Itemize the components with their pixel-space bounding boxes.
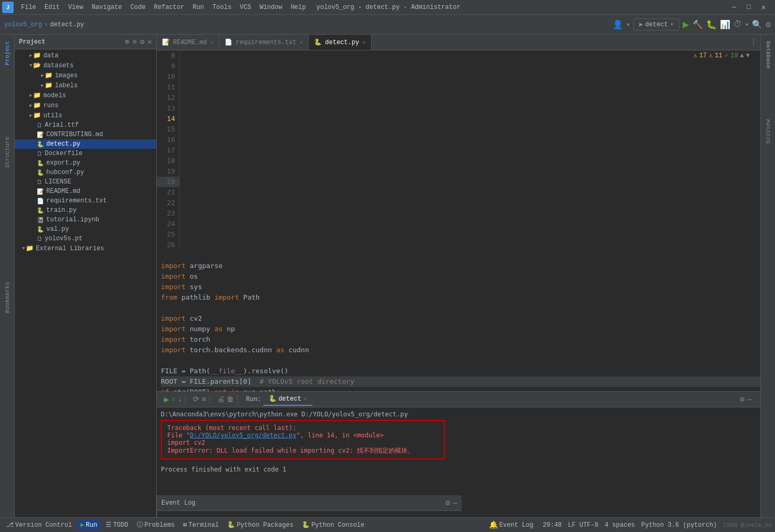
- window-minimize[interactable]: —: [729, 3, 740, 12]
- close-panel-icon[interactable]: ✕: [148, 37, 152, 46]
- breadcrumb-project[interactable]: yolov5_org: [4, 21, 42, 28]
- tree-item-runs[interactable]: ▶ 📁 runs: [15, 100, 156, 110]
- error-file-link[interactable]: D:/YOLO/yolov5_org/detect.py: [190, 432, 296, 439]
- tree-item-detect-py[interactable]: 🐍 detect.py: [15, 139, 156, 149]
- menu-run[interactable]: Run: [188, 2, 208, 13]
- terminal-btn[interactable]: ⊞ Terminal: [180, 520, 222, 530]
- tree-item-contributing[interactable]: 📝 CONTRIBUTING.md: [15, 130, 156, 139]
- event-log-content[interactable]: [157, 511, 462, 517]
- coverage-button[interactable]: 📊: [720, 19, 730, 30]
- run-button[interactable]: ▶: [682, 18, 689, 31]
- bookmarks-tool-icon[interactable]: Bookmarks: [2, 279, 13, 316]
- settings-panel-icon[interactable]: ⚙: [140, 37, 144, 46]
- tree-item-val-py[interactable]: 🐍 val.py: [15, 224, 156, 234]
- structure-tool-icon[interactable]: Structure: [2, 134, 13, 171]
- python-packages-btn[interactable]: 🐍 Python Packages: [224, 520, 297, 530]
- run-tab-close[interactable]: ✕: [303, 395, 307, 402]
- menu-navigate[interactable]: Navigate: [87, 2, 126, 13]
- terminal-label: Terminal: [189, 521, 219, 529]
- build-button[interactable]: 🔨: [692, 19, 703, 30]
- code-content[interactable]: import argparse import os import sys fro…: [157, 250, 760, 391]
- add-icon[interactable]: ⊕: [125, 37, 129, 46]
- run-softrestart-icon[interactable]: ⟳: [193, 395, 199, 404]
- tab-detect-py[interactable]: 🐍 detect.py ✕: [309, 35, 371, 50]
- collapse-gutter-icon[interactable]: ▼: [746, 52, 750, 59]
- database-tool-icon[interactable]: Database: [763, 38, 773, 72]
- tree-item-yolov5s-pt[interactable]: 🗋 yolov5s.pt: [15, 234, 156, 243]
- window-close[interactable]: ✕: [758, 3, 769, 12]
- tree-item-models[interactable]: ▶ 📁 models: [15, 90, 156, 100]
- event-log-status-btn[interactable]: 🔔 Event Log: [486, 519, 537, 530]
- tab-detect-py-close[interactable]: ✕: [362, 39, 366, 46]
- tree-item-hubconf[interactable]: 🐍 hubconf.py: [15, 168, 156, 177]
- todo-btn[interactable]: ☰ TODO: [103, 520, 131, 530]
- run-play-icon[interactable]: ▶: [164, 394, 169, 405]
- menu-help[interactable]: Help: [287, 2, 310, 13]
- tab-readme[interactable]: 📝 README.md ✕: [157, 35, 219, 50]
- problems-btn[interactable]: ⓘ Problems: [134, 519, 178, 530]
- run-print-icon[interactable]: 🖨: [217, 395, 225, 404]
- tab-readme-close[interactable]: ✕: [210, 39, 214, 46]
- menu-view[interactable]: View: [64, 2, 88, 13]
- run-content[interactable]: D:\Anaconda3\envs\pytorch\python.exe D:/…: [157, 407, 760, 495]
- panel-title: Project: [19, 38, 121, 46]
- tab-detect-py-icon: 🐍: [314, 38, 322, 46]
- menu-edit[interactable]: Edit: [40, 2, 64, 13]
- run-path-line: D:\Anaconda3\envs\pytorch\python.exe D:/…: [161, 411, 756, 418]
- tree-item-datasets[interactable]: ▼ 📂 datasets: [15, 60, 156, 70]
- search-icon[interactable]: 🔍: [752, 19, 762, 30]
- python-version-display[interactable]: Python 3.6 (pytorch): [641, 521, 717, 529]
- sciview-tool-icon[interactable]: SciView: [763, 116, 773, 147]
- expand-gutter-icon[interactable]: ▲: [740, 52, 744, 59]
- tree-item-utils[interactable]: ▶ 📁 utils: [15, 110, 156, 120]
- run-scroll-up-icon[interactable]: ↑: [171, 395, 176, 404]
- tree-item-dockerfile[interactable]: 🗋 Dockerfile: [15, 149, 156, 158]
- project-panel: Project ⊕ ≡ ⚙ ✕ ▶ 📁 data ▼ 📂: [15, 35, 157, 517]
- tree-item-data[interactable]: ▶ 📁 data: [15, 50, 156, 60]
- tree-item-readme[interactable]: 📝 README.md: [15, 187, 156, 196]
- tabs-more-icon[interactable]: ⋮: [750, 38, 757, 47]
- menu-refactor[interactable]: Refactor: [150, 2, 189, 13]
- settings-icon[interactable]: ⚙: [766, 19, 771, 30]
- run-status-btn[interactable]: ▶ Run: [77, 520, 100, 530]
- tree-item-images[interactable]: ▶ 📁 images: [15, 70, 156, 80]
- tree-item-tutorial[interactable]: 📓 tutorial.ipynb: [15, 215, 156, 224]
- run-scroll-down-icon[interactable]: ↓: [178, 395, 182, 404]
- tree-item-train-py[interactable]: 🐍 train.py: [15, 206, 156, 215]
- event-log-minimize-icon[interactable]: —: [453, 499, 457, 507]
- project-tool-icon[interactable]: Project: [2, 38, 13, 68]
- run-config-button[interactable]: ▶ detect ▾: [634, 18, 680, 30]
- user-icon[interactable]: 👤: [613, 19, 623, 30]
- run-minimize-icon[interactable]: —: [748, 395, 752, 404]
- tree-item-labels[interactable]: ▶ 📁 labels: [15, 80, 156, 90]
- event-log-panel: Event Log ⚙ —: [157, 495, 462, 517]
- tree-item-license[interactable]: 🗋 LICENSE: [15, 177, 156, 187]
- menu-tools[interactable]: Tools: [208, 2, 236, 13]
- tab-requirements-close[interactable]: ✕: [300, 39, 303, 46]
- run-delete-icon[interactable]: 🗑: [227, 395, 234, 404]
- line-numbers: 8 9 10 11 12 13 14 15 16 17 18 19 20 21 …: [157, 50, 180, 250]
- tree-item-arial-ttf[interactable]: 🗋 Arial.ttf: [15, 120, 156, 130]
- python-console-btn[interactable]: 🐍 Python Console: [299, 520, 368, 530]
- run-hardrestart-icon[interactable]: ≡: [201, 395, 206, 404]
- window-maximize[interactable]: □: [743, 3, 754, 12]
- profile-button[interactable]: ⏱: [733, 19, 742, 29]
- python-packages-icon: 🐍: [227, 521, 235, 529]
- version-control-btn[interactable]: ⎇ Version Control: [3, 520, 75, 530]
- run-settings-icon[interactable]: ⚙: [740, 395, 744, 404]
- tree-item-external-libraries[interactable]: ▼ 📁 External Libraries: [15, 243, 156, 253]
- collapse-all-icon[interactable]: ≡: [132, 38, 137, 46]
- run-tab[interactable]: 🐍 detect ✕: [263, 393, 312, 406]
- csdn-watermark: CSDN @Joele_XU: [723, 522, 772, 528]
- tree-item-export-py[interactable]: 🐍 export.py: [15, 158, 156, 168]
- menu-window[interactable]: Window: [256, 2, 287, 13]
- code-editor[interactable]: ⚠ 17 ⚠ 11 ✓ 19 ▲ ▼ 8 9 10 11 12 13: [157, 50, 760, 391]
- debug-button[interactable]: 🐛: [706, 19, 717, 30]
- menu-file[interactable]: File: [17, 2, 40, 13]
- tree-item-requirements[interactable]: 📄 requirements.txt: [15, 196, 156, 206]
- menu-code[interactable]: Code: [126, 2, 150, 13]
- menu-vcs[interactable]: VCS: [236, 2, 256, 13]
- tab-requirements[interactable]: 📄 requirements.txt ✕: [219, 35, 309, 50]
- breadcrumb-file[interactable]: detect.py: [50, 21, 84, 28]
- event-log-settings-icon[interactable]: ⚙: [445, 498, 450, 507]
